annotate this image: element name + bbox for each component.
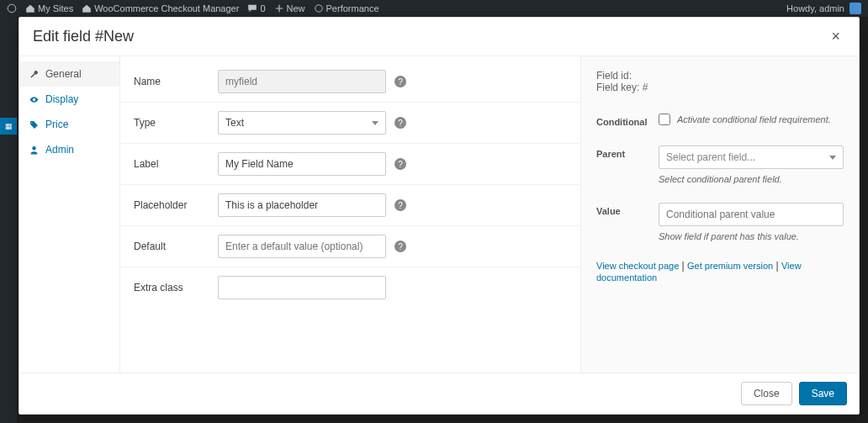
wp-logo[interactable]	[7, 3, 17, 13]
value-input[interactable]	[659, 203, 844, 226]
tab-general[interactable]: General	[19, 61, 119, 87]
tab-price[interactable]: Price	[19, 112, 119, 137]
link-premium[interactable]: Get premium version	[687, 261, 773, 271]
chevron-down-icon	[372, 121, 378, 125]
side-panel: Field id: Field key: # Conditional Activ…	[581, 56, 859, 373]
adminbar-howdy[interactable]: Howdy, admin	[786, 3, 844, 13]
chevron-down-icon	[829, 156, 836, 160]
adminbar-site[interactable]: WooCommerce Checkout Manager	[82, 3, 239, 13]
help-icon[interactable]: ?	[394, 158, 406, 170]
parent-select[interactable]: Select parent field...	[659, 145, 844, 169]
placeholder-label: Placeholder	[134, 199, 218, 211]
side-links: View checkout page | Get premium version…	[596, 260, 844, 283]
adminbar-perf-label: Performance	[326, 3, 379, 13]
help-icon[interactable]: ?	[394, 76, 406, 87]
avatar[interactable]	[849, 3, 861, 14]
adminbar-new[interactable]: New	[274, 3, 305, 13]
parent-label: Parent	[596, 145, 648, 159]
value-label: Value	[596, 203, 648, 216]
tab-display-label: Display	[45, 93, 78, 105]
field-key-meta: Field key: #	[596, 82, 844, 93]
adminbar-mysites[interactable]: My Sites	[25, 3, 73, 13]
save-button[interactable]: Save	[799, 382, 847, 405]
conditional-checkbox[interactable]	[659, 114, 670, 125]
svg-point-1	[315, 5, 321, 12]
tab-admin-label: Admin	[45, 144, 74, 156]
modal-title: Edit field #New	[33, 28, 134, 45]
adminbar-comments[interactable]: 0	[247, 3, 265, 13]
label-label: Label	[134, 158, 218, 170]
help-icon[interactable]: ?	[394, 241, 406, 252]
extraclass-input[interactable]	[218, 276, 386, 299]
admin-bar: My Sites WooCommerce Checkout Manager 0 …	[0, 0, 868, 17]
value-hint: Show field if parent has this value.	[659, 231, 844, 241]
tab-general-label: General	[45, 68, 82, 80]
modal-footer: Close Save	[19, 373, 859, 414]
type-value: Text	[225, 117, 244, 129]
adminbar-performance[interactable]: Performance	[314, 3, 379, 13]
conditional-label: Conditional	[596, 114, 648, 127]
parent-hint: Select conditional parent field.	[659, 174, 844, 184]
conditional-text: Activate conditional field requirement.	[677, 114, 831, 124]
tab-price-label: Price	[45, 119, 68, 130]
parent-placeholder: Select parent field...	[666, 151, 755, 163]
help-icon[interactable]: ?	[394, 199, 406, 211]
wp-admin-menu: ▦	[0, 17, 17, 423]
type-select[interactable]: Text	[218, 111, 386, 135]
user-icon	[29, 145, 39, 155]
svg-point-0	[8, 4, 16, 13]
name-label: Name	[134, 76, 218, 87]
eye-icon	[29, 95, 39, 104]
form-panel: Name ? Type Text ? Label ?	[120, 56, 581, 373]
adminbar-comments-count: 0	[260, 3, 265, 13]
close-icon[interactable]: ×	[826, 26, 845, 47]
placeholder-input[interactable]	[218, 193, 386, 217]
label-input[interactable]	[218, 152, 386, 176]
sidemenu-active-icon[interactable]: ▦	[0, 118, 17, 135]
tab-display[interactable]: Display	[19, 87, 119, 112]
modal-header: Edit field #New ×	[19, 18, 859, 56]
link-checkout[interactable]: View checkout page	[596, 261, 679, 271]
adminbar-site-label: WooCommerce Checkout Manager	[94, 3, 239, 13]
default-input[interactable]	[218, 235, 386, 258]
adminbar-mysites-label: My Sites	[38, 3, 73, 13]
close-button[interactable]: Close	[741, 382, 792, 405]
default-label: Default	[134, 241, 218, 252]
wrench-icon	[29, 70, 39, 79]
tag-icon	[29, 120, 39, 130]
adminbar-new-label: New	[287, 3, 305, 13]
modal-tabs: General Display Price Admin	[19, 56, 120, 373]
type-label: Type	[134, 117, 218, 129]
name-input	[218, 70, 386, 93]
field-id-meta: Field id:	[596, 70, 844, 82]
extraclass-label: Extra class	[134, 282, 218, 293]
tab-admin[interactable]: Admin	[19, 137, 119, 162]
help-icon[interactable]: ?	[394, 117, 406, 129]
edit-field-modal: Edit field #New × General Display Price …	[19, 17, 860, 415]
